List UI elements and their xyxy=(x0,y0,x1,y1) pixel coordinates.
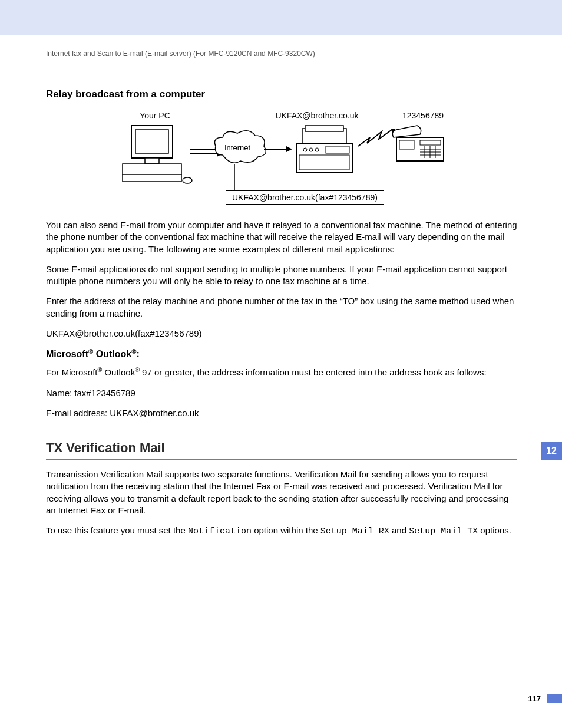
code-text: Setup Mail RX xyxy=(320,526,389,536)
content-area: Internet fax and Scan to E-mail (E-mail … xyxy=(46,50,517,546)
divider xyxy=(46,459,517,460)
diagram-label-fax: 123456789 xyxy=(394,111,452,120)
svg-point-5 xyxy=(183,177,192,183)
paragraph: Transmission Verification Mail supports … xyxy=(46,469,517,516)
svg-rect-2 xyxy=(145,158,159,164)
svg-rect-15 xyxy=(299,155,349,170)
text: and xyxy=(389,525,409,535)
text: options. xyxy=(478,525,511,535)
relay-diagram: Your PC UKFAX@brother.co.uk 123456789 xyxy=(46,111,517,211)
pc-icon xyxy=(117,123,193,187)
registered-symbol: ® xyxy=(88,348,93,355)
svg-point-18 xyxy=(309,148,313,151)
section-heading-relay: Relay broadcast from a computer xyxy=(46,88,517,100)
breadcrumb: Internet fax and Scan to E-mail (E-mail … xyxy=(46,50,517,58)
paragraph: You can also send E-mail from your compu… xyxy=(46,219,517,255)
connector-line xyxy=(229,164,240,193)
paragraph: E-mail address: UKFAX@brother.co.uk xyxy=(46,407,517,419)
text: For Microsoft xyxy=(46,367,98,377)
chapter-tab: 12 xyxy=(541,442,562,460)
svg-rect-3 xyxy=(123,164,181,174)
text: option within the xyxy=(252,525,320,535)
svg-point-19 xyxy=(315,148,319,151)
page: Internet fax and Scan to E-mail (E-mail … xyxy=(0,0,562,728)
paragraph: To use this feature you must set the Not… xyxy=(46,525,517,538)
paragraph: UKFAX@brother.co.uk(fax#123456789) xyxy=(46,328,517,340)
svg-rect-1 xyxy=(135,130,168,153)
sub-heading-outlook: Microsoft® Outlook®: xyxy=(46,348,517,360)
page-number: 117 xyxy=(528,694,541,703)
svg-rect-4 xyxy=(123,174,181,182)
text: Outlook xyxy=(102,367,135,377)
header-band xyxy=(0,0,562,35)
text: : xyxy=(136,349,139,359)
diagram-label-pc: Your PC xyxy=(131,111,178,120)
paragraph: Enter the address of the relay machine a… xyxy=(46,295,517,319)
svg-rect-16 xyxy=(326,146,349,153)
svg-rect-23 xyxy=(420,140,441,145)
registered-symbol: ® xyxy=(135,366,140,373)
text: Microsoft xyxy=(46,349,88,359)
fax-machine-icon xyxy=(388,123,452,170)
section-heading-tx: TX Verification Mail xyxy=(46,440,517,456)
svg-rect-14 xyxy=(305,126,343,131)
svg-point-17 xyxy=(303,148,307,151)
diagram-label-internet: Internet xyxy=(220,143,255,152)
code-text: Setup Mail TX xyxy=(409,526,478,536)
text: To use this feature you must set the xyxy=(46,525,188,535)
page-number-accent xyxy=(547,694,562,703)
mfc-printer-icon xyxy=(290,123,361,179)
svg-rect-22 xyxy=(399,140,414,149)
text: Outlook xyxy=(93,349,131,359)
arrow-icon xyxy=(264,143,293,155)
paragraph: For Microsoft® Outlook® 97 or greater, t… xyxy=(46,365,517,378)
code-text: Notification xyxy=(188,526,252,536)
diagram-label-relay: UKFAX@brother.co.uk xyxy=(264,111,370,120)
paragraph: Name: fax#123456789 xyxy=(46,387,517,399)
paragraph: Some E-mail applications do not support … xyxy=(46,263,517,288)
diagram-address-box: UKFAX@brother.co.uk(fax#123456789) xyxy=(226,190,384,205)
text: 97 or greater, the address information m… xyxy=(140,367,487,377)
